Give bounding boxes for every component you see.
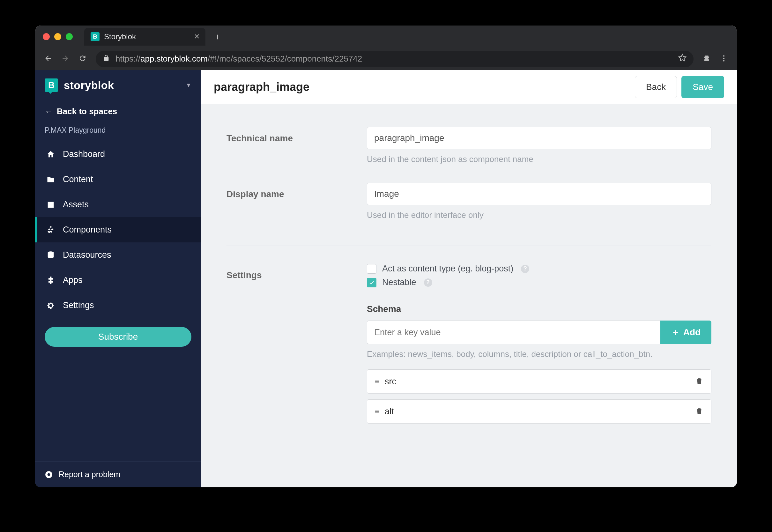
display-name-label: Display name: [226, 183, 367, 199]
close-tab-button[interactable]: ✕: [194, 33, 200, 41]
delete-schema-button[interactable]: [695, 377, 703, 386]
gear-icon: [46, 301, 55, 310]
content-area: Technical name Used in the content json …: [201, 104, 737, 452]
window-controls: [43, 33, 73, 40]
app: B storyblok ▼ ← Back to spaces P.MAX Pla…: [35, 70, 737, 487]
folder-icon: [46, 175, 55, 184]
schema-key-input[interactable]: [367, 321, 660, 344]
reload-button[interactable]: [78, 54, 87, 64]
nestable-checkbox[interactable]: [367, 278, 376, 287]
lock-icon: [103, 55, 110, 63]
brand-name: storyblok: [64, 79, 114, 92]
sidebar-item-label: Assets: [63, 200, 89, 210]
subscribe-button[interactable]: Subscribe: [45, 327, 191, 347]
topbar: paragraph_image Back Save: [201, 70, 737, 104]
technical-name-help: Used in the content json as component na…: [367, 154, 711, 164]
close-window-button[interactable]: [43, 33, 50, 40]
browser-toolbar: https://app.storyblok.com/#!/me/spaces/5…: [35, 48, 737, 70]
star-icon[interactable]: [678, 54, 687, 64]
sidebar-item-label: Settings: [63, 300, 94, 310]
database-icon: [46, 251, 55, 260]
lifebuoy-icon: [45, 470, 53, 479]
sidebar-item-label: Components: [63, 225, 112, 235]
tab-title: Storyblok: [104, 32, 136, 41]
svg-point-1: [723, 57, 724, 59]
help-icon[interactable]: ?: [424, 278, 432, 287]
content-type-checkbox[interactable]: [367, 264, 376, 274]
back-to-spaces-label: Back to spaces: [57, 107, 117, 116]
sidebar-item-settings[interactable]: Settings: [35, 293, 201, 318]
report-problem-label: Report a problem: [59, 470, 120, 479]
address-bar[interactable]: https://app.storyblok.com/#!/me/spaces/5…: [96, 51, 694, 67]
sidebar-item-label: Dashboard: [63, 149, 105, 159]
url-text: https://app.storyblok.com/#!/me/spaces/5…: [115, 54, 672, 64]
schema-item[interactable]: ≡ src: [367, 369, 711, 394]
technical-name-input[interactable]: [367, 127, 711, 149]
sidebar-item-apps[interactable]: Apps: [35, 268, 201, 293]
plus-icon: ＋: [671, 326, 680, 338]
settings-label: Settings: [226, 264, 367, 280]
sidebar-item-datasources[interactable]: Datasources: [35, 242, 201, 268]
schema-heading: Schema: [367, 304, 711, 314]
new-tab-button[interactable]: ＋: [211, 31, 225, 43]
menu-icon[interactable]: [720, 54, 728, 64]
schema-item-name: alt: [385, 407, 394, 417]
back-to-spaces[interactable]: ← Back to spaces: [35, 100, 201, 123]
favicon-icon: B: [91, 32, 100, 41]
tab-strip: B Storyblok ✕ ＋: [35, 26, 737, 48]
forward-button[interactable]: [61, 54, 70, 64]
browser-window: B Storyblok ✕ ＋ https://ap: [35, 26, 737, 487]
technical-name-label: Technical name: [226, 127, 367, 144]
maximize-window-button[interactable]: [66, 33, 73, 40]
extensions-icon[interactable]: [702, 54, 711, 64]
help-icon[interactable]: ?: [521, 265, 529, 273]
schema-add-button[interactable]: ＋ Add: [660, 321, 711, 344]
minimize-window-button[interactable]: [54, 33, 61, 40]
sidebar-item-label: Datasources: [63, 250, 111, 260]
sidebar-item-components[interactable]: Components: [35, 217, 201, 242]
report-problem[interactable]: Report a problem: [35, 461, 201, 487]
sidebar-item-label: Apps: [63, 275, 83, 285]
display-name-input[interactable]: [367, 183, 711, 205]
home-icon: [46, 150, 55, 159]
cubes-icon: [46, 225, 55, 234]
back-button[interactable]: [44, 54, 52, 64]
puzzle-icon: [46, 276, 55, 285]
space-name: P.MAX Playground: [35, 123, 201, 142]
drag-handle-icon[interactable]: ≡: [375, 407, 378, 416]
arrow-left-icon: ←: [45, 107, 53, 116]
sidebar-item-label: Content: [63, 174, 93, 184]
delete-schema-button[interactable]: [695, 407, 703, 416]
sidebar: B storyblok ▼ ← Back to spaces P.MAX Pla…: [35, 70, 201, 487]
schema-examples: Examples: news_items, body, columns, tit…: [367, 349, 711, 359]
brand[interactable]: B storyblok ▼: [35, 70, 201, 100]
divider: [226, 246, 711, 246]
back-button[interactable]: Back: [635, 76, 677, 98]
schema-add-label: Add: [683, 327, 701, 337]
browser-chrome: B Storyblok ✕ ＋ https://ap: [35, 26, 737, 70]
brand-logo-icon: B: [45, 78, 58, 92]
sidebar-item-assets[interactable]: Assets: [35, 192, 201, 217]
sidebar-item-content[interactable]: Content: [35, 167, 201, 192]
main: paragraph_image Back Save Technical name…: [201, 70, 737, 487]
drag-handle-icon[interactable]: ≡: [375, 377, 378, 386]
nestable-label: Nestable: [382, 277, 416, 287]
svg-point-0: [723, 55, 724, 56]
page-title: paragraph_image: [214, 80, 309, 94]
schema-item[interactable]: ≡ alt: [367, 399, 711, 424]
browser-tab[interactable]: B Storyblok ✕: [84, 28, 205, 46]
save-button[interactable]: Save: [681, 76, 724, 98]
display-name-help: Used in the editor interface only: [367, 210, 711, 220]
svg-point-2: [723, 60, 724, 61]
image-icon: [46, 200, 55, 209]
schema-item-name: src: [385, 377, 396, 387]
chevron-down-icon[interactable]: ▼: [186, 82, 191, 89]
sidebar-item-dashboard[interactable]: Dashboard: [35, 142, 201, 167]
content-type-label: Act as content type (eg. blog-post): [382, 264, 513, 274]
